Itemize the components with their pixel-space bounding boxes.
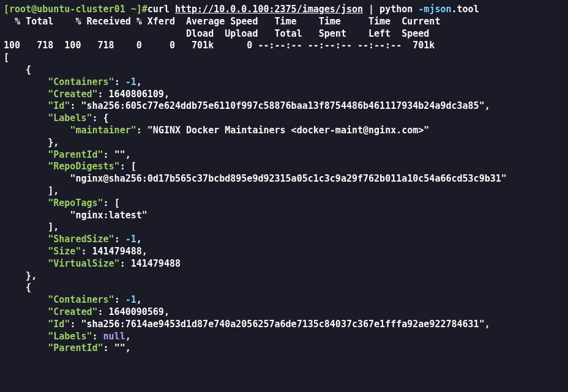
curl-header-2: Dload Upload Total Spent Left Speed xyxy=(4,28,429,39)
kv-parentid-2: "ParentId": "", xyxy=(4,342,131,353)
cmd-url: http://10.0.0.100:2375/images/json xyxy=(175,4,363,15)
kv-sharedsize: "SharedSize": -1, xyxy=(4,234,142,245)
kv-size: "Size": 141479488, xyxy=(4,246,148,257)
kv-id-2: "Id": "sha256:7614ae9453d1d87e740a205625… xyxy=(4,319,490,330)
kv-repotags: "RepoTags": [ xyxy=(4,198,120,209)
kv-labels-1: "Labels": { xyxy=(4,113,109,124)
kv-repodigests: "RepoDigests": [ xyxy=(4,161,136,172)
digest-1: "nginx@sha256:0d17b565c37bcbd895e9d92315… xyxy=(4,173,507,184)
obj2-open: { xyxy=(4,282,31,293)
kv-virtualsize: "VirtualSize": 141479488 xyxy=(4,258,181,269)
obj1-open: { xyxy=(4,64,31,75)
kv-maintainer: "maintainer": "NGINX Docker Maintainers … xyxy=(4,125,429,136)
curl-header-1: % Total % Received % Xferd Average Speed… xyxy=(4,16,440,27)
kv-containers-2: "Containers": -1, xyxy=(4,294,142,305)
cmd-tool: .tool xyxy=(452,4,479,15)
kv-created-2: "Created": 1640090569, xyxy=(4,306,170,317)
repodigests-close: ], xyxy=(4,185,59,196)
kv-created-1: "Created": 1640806109, xyxy=(4,89,170,100)
kv-parentid-1: "ParentId": "", xyxy=(4,149,131,160)
tag-1: "nginx:latest" xyxy=(4,210,148,221)
repotags-close: ], xyxy=(4,221,59,232)
cmd-pipe: | python xyxy=(363,4,418,15)
kv-id-1: "Id": "sha256:605c77e624ddb75e6110f997c5… xyxy=(4,100,490,111)
kv-labels-2: "Labels": null, xyxy=(4,331,131,342)
terminal-window[interactable]: [root@ubuntu-cluster01 ~]#curl http://10… xyxy=(0,0,568,358)
curl-progress: 100 718 100 718 0 0 701k 0 --:--:-- --:-… xyxy=(4,40,435,51)
cmd-curl: curl xyxy=(148,4,175,15)
obj1-close: }, xyxy=(4,270,37,281)
labels-close: }, xyxy=(4,137,59,148)
json-open: [ xyxy=(4,52,9,63)
shell-prompt: [root@ubuntu-cluster01 ~]# xyxy=(4,4,148,15)
kv-containers-1: "Containers": -1, xyxy=(4,76,142,87)
cmd-flag: -mjson xyxy=(418,4,451,15)
